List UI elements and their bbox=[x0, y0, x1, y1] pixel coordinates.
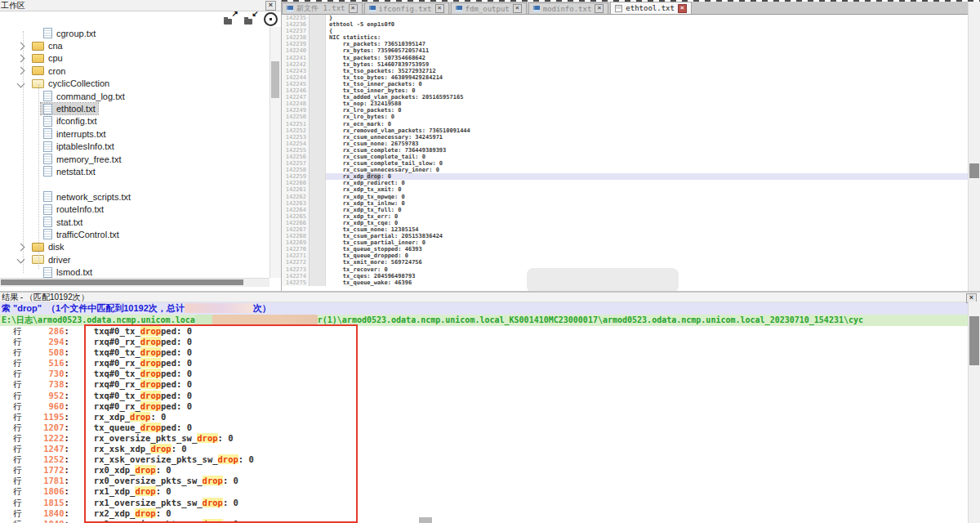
tab-close-icon[interactable]: × bbox=[595, 4, 604, 13]
search-match-highlight: drop bbox=[218, 454, 238, 464]
results-vertical-scrollbar[interactable] bbox=[968, 302, 980, 523]
editor-line: 142260 rx_xdp_redirect: 0 bbox=[282, 180, 969, 186]
tree-item-redacted[interactable] bbox=[0, 178, 270, 190]
result-row[interactable]: 行1195:rx_xdp_drop: 0 bbox=[0, 412, 967, 422]
bookmark-margin bbox=[309, 167, 326, 173]
result-row[interactable]: 行1207:tx_queue_dropped: 0 bbox=[0, 422, 967, 433]
tree-item-stat.txt[interactable]: stat.txt bbox=[0, 216, 270, 228]
line-number: 142258 bbox=[282, 167, 309, 173]
tree-item-label: cna bbox=[48, 41, 63, 51]
search-summary-suffix: 次） bbox=[253, 303, 271, 313]
result-row[interactable]: 行730:txq#0_tx_dropped: 0 bbox=[0, 369, 967, 379]
result-row[interactable]: 行1840:rx2_xdp_drop: 0 bbox=[0, 508, 967, 519]
tree-item-cron[interactable]: cron bbox=[0, 65, 270, 77]
tree-item-labelwrap: cpu bbox=[29, 52, 65, 64]
result-line-number: 1806 bbox=[22, 486, 65, 497]
tree-item-command_log.txt[interactable]: command_log.txt bbox=[0, 90, 270, 102]
result-row[interactable]: 行286:txq#0_tx_dropped: 0 bbox=[0, 326, 967, 337]
result-row[interactable]: 行738:rxq#0_rx_dropped: 0 bbox=[0, 379, 967, 390]
result-colon: : bbox=[65, 498, 69, 508]
line-text: rx_xdp_tx_mpwqe: 0 bbox=[326, 194, 969, 200]
tree-item-memory_free.txt[interactable]: memory_free.txt bbox=[0, 153, 270, 165]
search-summary-row[interactable]: 索 "drop" （1个文件中匹配到10192次，总计次） bbox=[0, 302, 969, 315]
result-text: rx0_xdp_drop: 0 bbox=[94, 465, 172, 476]
tab-close-icon[interactable]: × bbox=[678, 4, 687, 13]
tree-item-netstat.txt[interactable]: netstat.txt bbox=[0, 165, 270, 177]
tree-item-interrupts.txt[interactable]: interrupts.txt bbox=[0, 127, 270, 140]
tree-vertical-scrollbar-thumb[interactable] bbox=[271, 61, 279, 98]
result-row[interactable]: 行516:rxq#0_rx_dropped: 0 bbox=[0, 358, 967, 369]
result-colon: : bbox=[65, 454, 69, 465]
editor-tab[interactable]: fdm_output× bbox=[451, 2, 527, 14]
bookmark-margin bbox=[309, 226, 326, 233]
tab-close-icon[interactable]: × bbox=[349, 4, 358, 13]
search-match-highlight: drop bbox=[140, 326, 161, 336]
editor-tab[interactable]: modinfo.txt× bbox=[528, 2, 609, 14]
search-match-highlight: drop bbox=[140, 391, 161, 400]
tab-close-icon[interactable]: × bbox=[513, 4, 522, 13]
result-row[interactable]: 行960:rxq#0_rx_dropped: 0 bbox=[0, 401, 967, 412]
result-row[interactable]: 行1772:rx0_xdp_drop: 0 bbox=[0, 465, 967, 476]
tree-item-driver[interactable]: driver bbox=[0, 253, 270, 266]
editor-tab[interactable]: 新文件 1.txt× bbox=[282, 2, 363, 14]
editor-line: 142235} bbox=[282, 15, 969, 21]
tree-vertical-scrollbar[interactable] bbox=[270, 27, 281, 278]
tab-close-icon[interactable]: × bbox=[435, 4, 444, 13]
results-vertical-scrollbar-thumb[interactable] bbox=[969, 316, 979, 365]
tree-item-routeInfo.txt[interactable]: routeInfo.txt bbox=[0, 203, 270, 215]
search-match-highlight: drop bbox=[203, 519, 223, 523]
line-number: 142237 bbox=[282, 28, 309, 34]
tree-item-labelwrap: disk bbox=[29, 241, 67, 253]
editor-tab[interactable]: ifconfig.txt× bbox=[364, 2, 449, 14]
tree-item-trafficControl.txt[interactable]: trafficControl.txt bbox=[0, 228, 270, 240]
tree-item-label: disk bbox=[48, 242, 65, 252]
app-window: 工作区 × ↗ ↙ cgroup.txtcnacpucroncyclicColl… bbox=[0, 0, 980, 523]
tree-item-cgroup.txt[interactable]: cgroup.txt bbox=[0, 27, 270, 39]
result-row[interactable]: 行1247:rx_xsk_xdp_drop: 0 bbox=[0, 444, 967, 454]
editor-vertical-scrollbar-thumb[interactable] bbox=[969, 163, 979, 178]
search-match-highlight: drop bbox=[135, 486, 155, 496]
editor-text-area[interactable]: 142235}142236ethtool -S enp1s0f0142237{1… bbox=[282, 15, 969, 291]
result-row[interactable]: 行1222:rx_oversize_pkts_sw_drop: 0 bbox=[0, 433, 967, 444]
tree-item-network_scripts.txt[interactable]: network_scripts.txt bbox=[0, 190, 270, 203]
result-file-path-row[interactable]: E:\日志\armod0523.odata.ncmp.unicom.locar(… bbox=[0, 315, 969, 326]
tree-item-lsmod.txt[interactable]: lsmod.txt bbox=[0, 266, 270, 278]
tree-item-ifconfig.txt[interactable]: ifconfig.txt bbox=[0, 115, 270, 127]
search-summary-prefix: 索 "drop" （1个文件中匹配到10192次，总计 bbox=[2, 303, 185, 313]
row-label: 行 bbox=[0, 519, 22, 523]
tree-item-cpu[interactable]: cpu bbox=[0, 52, 270, 65]
result-row[interactable]: 行1815:rx1_oversize_pkts_sw_drop: 0 bbox=[0, 498, 967, 508]
collapse-all-icon[interactable]: ↙ bbox=[243, 13, 257, 25]
row-label: 行 bbox=[0, 347, 22, 358]
line-text: rx_removed_vlan_packets: 736510091444 bbox=[326, 127, 969, 134]
editor-tab[interactable]: ethtool.txt× bbox=[610, 2, 692, 14]
workspace-close-icon[interactable]: × bbox=[265, 1, 276, 11]
tree-horizontal-scrollbar-thumb[interactable] bbox=[1, 279, 243, 285]
tree-item-iptablesInfo.txt[interactable]: iptablesInfo.txt bbox=[0, 141, 270, 153]
tree-item-ethtool.txt[interactable]: ethtool.txt bbox=[0, 102, 270, 114]
tree-item-disk[interactable]: disk bbox=[0, 241, 270, 253]
editor-line: 142268 tx_csum_partial: 205153836424 bbox=[282, 233, 969, 239]
line-number: 142252 bbox=[282, 127, 309, 134]
editor-vertical-scrollbar[interactable] bbox=[968, 2, 980, 291]
bookmark-margin bbox=[309, 220, 326, 226]
line-text: rx_csum_unnecessary_inner: 0 bbox=[326, 167, 969, 173]
result-row[interactable]: 行1806:rx1_xdp_drop: 0 bbox=[0, 486, 967, 497]
result-row[interactable]: 行952:txq#0_tx_dropped: 0 bbox=[0, 391, 967, 401]
result-row[interactable]: 行294:rxq#0_rx_dropped: 0 bbox=[0, 337, 967, 347]
result-row[interactable]: 行1252:rx_xsk_oversize_pkts_sw_drop: 0 bbox=[0, 454, 967, 465]
tree-horizontal-scrollbar[interactable] bbox=[0, 278, 270, 287]
expand-all-icon[interactable]: ↗ bbox=[223, 13, 237, 25]
line-number: 142260 bbox=[282, 180, 309, 186]
tree-item-cna[interactable]: cna bbox=[0, 39, 270, 51]
line-text: { bbox=[326, 28, 969, 34]
tree-item-label: trafficControl.txt bbox=[56, 230, 119, 239]
locate-file-icon[interactable] bbox=[264, 12, 278, 26]
result-row[interactable]: 行1849:rx2_oversize_pkts_sw_drop: 0 bbox=[0, 519, 967, 523]
result-row[interactable]: 行1781:rx0_oversize_pkts_sw_drop: 0 bbox=[0, 476, 967, 486]
result-row[interactable]: 行508:txq#0_tx_dropped: 0 bbox=[0, 347, 967, 358]
bookmark-margin bbox=[309, 15, 326, 21]
tree-item-cyclicCollection[interactable]: cyclicCollection bbox=[0, 78, 270, 90]
tree-item-labelwrap: cyclicCollection bbox=[29, 78, 112, 89]
line-number: 142239 bbox=[282, 41, 309, 47]
